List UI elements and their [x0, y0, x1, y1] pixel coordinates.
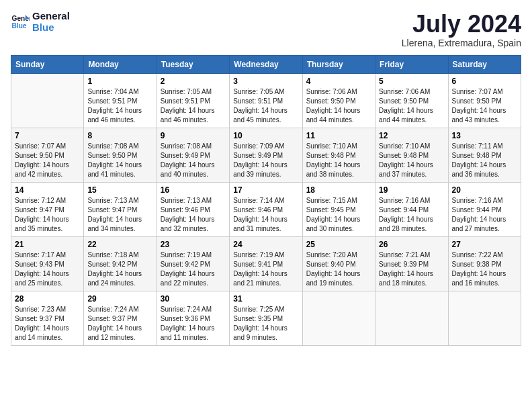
day-number: 10 [233, 131, 298, 140]
day-number: 24 [233, 240, 298, 249]
weekday-header-thursday: Thursday [302, 55, 375, 73]
day-info: Sunrise: 7:24 AM Sunset: 9:36 PM Dayligh… [161, 305, 226, 342]
calendar-body: 1Sunrise: 7:04 AM Sunset: 9:51 PM Daylig… [11, 73, 521, 345]
day-info: Sunrise: 7:25 AM Sunset: 9:35 PM Dayligh… [233, 305, 298, 342]
calendar-cell: 1Sunrise: 7:04 AM Sunset: 9:51 PM Daylig… [84, 73, 157, 128]
day-info: Sunrise: 7:08 AM Sunset: 9:49 PM Dayligh… [161, 142, 226, 179]
calendar-week-row: 14Sunrise: 7:12 AM Sunset: 9:47 PM Dayli… [11, 182, 521, 236]
day-info: Sunrise: 7:17 AM Sunset: 9:43 PM Dayligh… [15, 250, 80, 288]
day-number: 6 [452, 77, 517, 86]
day-info: Sunrise: 7:08 AM Sunset: 9:50 PM Dayligh… [87, 142, 152, 179]
calendar-cell: 7Sunrise: 7:07 AM Sunset: 9:50 PM Daylig… [11, 128, 84, 182]
calendar-cell: 2Sunrise: 7:05 AM Sunset: 9:51 PM Daylig… [157, 73, 229, 128]
day-number: 12 [379, 131, 444, 140]
day-number: 7 [15, 131, 80, 140]
day-info: Sunrise: 7:12 AM Sunset: 9:47 PM Dayligh… [15, 196, 80, 234]
day-number: 13 [452, 131, 517, 140]
calendar-cell: 16Sunrise: 7:13 AM Sunset: 9:46 PM Dayli… [157, 182, 229, 236]
calendar-cell [11, 73, 84, 128]
day-info: Sunrise: 7:09 AM Sunset: 9:49 PM Dayligh… [233, 142, 298, 179]
logo: General Blue General Blue [11, 11, 70, 33]
calendar-cell [375, 291, 448, 345]
calendar-cell: 29Sunrise: 7:24 AM Sunset: 9:37 PM Dayli… [84, 291, 157, 345]
day-info: Sunrise: 7:21 AM Sunset: 9:39 PM Dayligh… [379, 250, 444, 288]
calendar-cell: 12Sunrise: 7:10 AM Sunset: 9:48 PM Dayli… [375, 128, 448, 182]
calendar-cell: 20Sunrise: 7:16 AM Sunset: 9:44 PM Dayli… [448, 182, 521, 236]
calendar-cell: 22Sunrise: 7:18 AM Sunset: 9:42 PM Dayli… [84, 236, 157, 291]
day-info: Sunrise: 7:07 AM Sunset: 9:50 PM Dayligh… [15, 142, 80, 179]
day-number: 20 [452, 185, 517, 195]
title-block: July 2024 Llerena, Extremadura, Spain [402, 11, 521, 48]
day-number: 18 [306, 185, 371, 195]
weekday-header-wednesday: Wednesday [230, 55, 302, 73]
calendar-cell: 30Sunrise: 7:24 AM Sunset: 9:36 PM Dayli… [157, 291, 229, 345]
day-info: Sunrise: 7:23 AM Sunset: 9:37 PM Dayligh… [15, 305, 80, 342]
day-info: Sunrise: 7:11 AM Sunset: 9:48 PM Dayligh… [452, 142, 517, 179]
weekday-header-sunday: Sunday [11, 55, 84, 73]
logo-icon: General Blue [11, 13, 30, 32]
day-number: 4 [306, 77, 371, 86]
calendar-cell: 5Sunrise: 7:06 AM Sunset: 9:50 PM Daylig… [375, 73, 448, 128]
day-info: Sunrise: 7:13 AM Sunset: 9:46 PM Dayligh… [161, 196, 226, 234]
day-number: 21 [15, 240, 80, 249]
day-info: Sunrise: 7:10 AM Sunset: 9:48 PM Dayligh… [306, 142, 371, 179]
day-info: Sunrise: 7:13 AM Sunset: 9:47 PM Dayligh… [87, 196, 152, 234]
calendar-week-row: 7Sunrise: 7:07 AM Sunset: 9:50 PM Daylig… [11, 128, 521, 182]
day-number: 2 [161, 77, 226, 86]
calendar-cell: 10Sunrise: 7:09 AM Sunset: 9:49 PM Dayli… [230, 128, 302, 182]
day-number: 14 [15, 185, 80, 195]
day-number: 9 [161, 131, 226, 140]
calendar-cell [448, 291, 521, 345]
day-info: Sunrise: 7:22 AM Sunset: 9:38 PM Dayligh… [452, 250, 517, 288]
page-header: General Blue General Blue July 2024 Ller… [11, 11, 521, 48]
calendar-cell: 8Sunrise: 7:08 AM Sunset: 9:50 PM Daylig… [84, 128, 157, 182]
day-info: Sunrise: 7:07 AM Sunset: 9:50 PM Dayligh… [452, 87, 517, 125]
day-info: Sunrise: 7:16 AM Sunset: 9:44 PM Dayligh… [452, 196, 517, 234]
day-info: Sunrise: 7:14 AM Sunset: 9:46 PM Dayligh… [233, 196, 298, 234]
day-number: 22 [87, 240, 152, 249]
day-number: 5 [379, 77, 444, 86]
calendar-cell: 13Sunrise: 7:11 AM Sunset: 9:48 PM Dayli… [448, 128, 521, 182]
calendar-cell: 3Sunrise: 7:05 AM Sunset: 9:51 PM Daylig… [230, 73, 302, 128]
logo-general: General [32, 11, 70, 22]
calendar-cell: 4Sunrise: 7:06 AM Sunset: 9:50 PM Daylig… [302, 73, 375, 128]
day-info: Sunrise: 7:06 AM Sunset: 9:50 PM Dayligh… [306, 87, 371, 125]
calendar-week-row: 21Sunrise: 7:17 AM Sunset: 9:43 PM Dayli… [11, 236, 521, 291]
weekday-header-row: SundayMondayTuesdayWednesdayThursdayFrid… [11, 55, 521, 73]
calendar-week-row: 1Sunrise: 7:04 AM Sunset: 9:51 PM Daylig… [11, 73, 521, 128]
calendar-cell: 19Sunrise: 7:16 AM Sunset: 9:44 PM Dayli… [375, 182, 448, 236]
day-number: 27 [452, 240, 517, 249]
calendar-cell: 9Sunrise: 7:08 AM Sunset: 9:49 PM Daylig… [157, 128, 229, 182]
location: Llerena, Extremadura, Spain [402, 38, 521, 48]
day-info: Sunrise: 7:24 AM Sunset: 9:37 PM Dayligh… [87, 305, 152, 342]
calendar-cell: 11Sunrise: 7:10 AM Sunset: 9:48 PM Dayli… [302, 128, 375, 182]
day-info: Sunrise: 7:16 AM Sunset: 9:44 PM Dayligh… [379, 196, 444, 234]
day-info: Sunrise: 7:18 AM Sunset: 9:42 PM Dayligh… [87, 250, 152, 288]
calendar-week-row: 28Sunrise: 7:23 AM Sunset: 9:37 PM Dayli… [11, 291, 521, 345]
weekday-header-saturday: Saturday [448, 55, 521, 73]
calendar-cell: 14Sunrise: 7:12 AM Sunset: 9:47 PM Dayli… [11, 182, 84, 236]
day-number: 19 [379, 185, 444, 195]
calendar-cell: 26Sunrise: 7:21 AM Sunset: 9:39 PM Dayli… [375, 236, 448, 291]
day-info: Sunrise: 7:05 AM Sunset: 9:51 PM Dayligh… [233, 87, 298, 125]
day-number: 30 [161, 294, 226, 304]
day-info: Sunrise: 7:10 AM Sunset: 9:48 PM Dayligh… [379, 142, 444, 179]
day-number: 15 [87, 185, 152, 195]
logo-blue: Blue [32, 22, 70, 34]
calendar-cell: 17Sunrise: 7:14 AM Sunset: 9:46 PM Dayli… [230, 182, 302, 236]
day-number: 25 [306, 240, 371, 249]
day-info: Sunrise: 7:05 AM Sunset: 9:51 PM Dayligh… [161, 87, 226, 125]
calendar-cell: 18Sunrise: 7:15 AM Sunset: 9:45 PM Dayli… [302, 182, 375, 236]
day-info: Sunrise: 7:04 AM Sunset: 9:51 PM Dayligh… [87, 87, 152, 125]
weekday-header-friday: Friday [375, 55, 448, 73]
calendar-cell: 21Sunrise: 7:17 AM Sunset: 9:43 PM Dayli… [11, 236, 84, 291]
svg-text:Blue: Blue [12, 22, 27, 30]
day-number: 23 [161, 240, 226, 249]
weekday-header-tuesday: Tuesday [157, 55, 229, 73]
calendar-cell: 24Sunrise: 7:19 AM Sunset: 9:41 PM Dayli… [230, 236, 302, 291]
day-number: 26 [379, 240, 444, 249]
day-info: Sunrise: 7:06 AM Sunset: 9:50 PM Dayligh… [379, 87, 444, 125]
calendar-cell: 6Sunrise: 7:07 AM Sunset: 9:50 PM Daylig… [448, 73, 521, 128]
calendar-cell [302, 291, 375, 345]
day-number: 29 [87, 294, 152, 304]
